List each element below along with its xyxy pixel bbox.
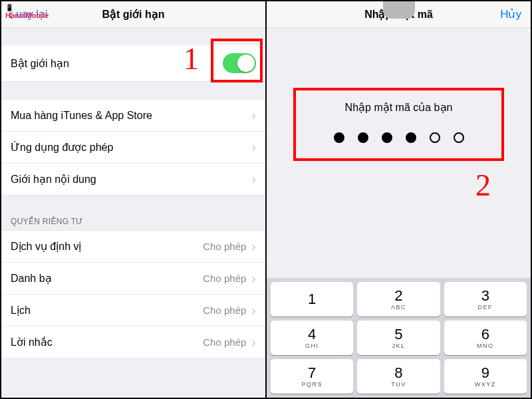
privacy-row[interactable]: Lời nhắcCho phép› (1, 327, 265, 358)
passcode-dot (430, 132, 440, 143)
annotation-number-1: 1 (184, 41, 199, 76)
settings-pane: ‹ uay lại Bật giới hạn Bật giới hạn 1 Mu… (1, 1, 267, 398)
key-number: 7 (308, 366, 316, 380)
keypad-key-9[interactable]: 9WXYZ (444, 359, 527, 394)
toggle-knob (237, 55, 255, 72)
privacy-row[interactable]: LịchCho phép› (1, 295, 265, 327)
row-status: Cho phép (203, 273, 246, 284)
settings-row[interactable]: Giới hạn nội dung› (1, 164, 265, 196)
passcode-prompt: Nhập mật mã của bạn (267, 101, 531, 114)
row-status: Cho phép (203, 336, 246, 348)
key-number: 9 (481, 366, 489, 380)
restrictions-toggle[interactable] (223, 53, 256, 73)
privacy-row[interactable]: Danh bạCho phép› (1, 263, 265, 295)
row-label: Mua hàng iTunes & App Store (11, 110, 251, 122)
right-header: Nhập mật mã Hủy (267, 1, 531, 28)
chevron-right-icon: › (251, 108, 256, 123)
key-number: 8 (394, 366, 402, 380)
page-title: Bật giới hạn (102, 8, 165, 21)
key-letters: TUV (391, 381, 406, 388)
passcode-prompt-area: Nhập mật mã của bạn (267, 101, 531, 143)
key-number: 1 (308, 292, 316, 307)
key-letters: MNO (477, 342, 494, 349)
row-status: Cho phép (203, 241, 246, 252)
numeric-keypad: 12ABC3DEF4GHI5JKL6MNO7PQRS8TUV9WXYZ (267, 278, 531, 398)
row-label: Dịch vụ định vị (11, 240, 203, 253)
key-letters: JKL (392, 342, 405, 349)
annotation-number-2: 2 (475, 168, 491, 203)
row-label: Lời nhắc (11, 336, 203, 348)
settings-row[interactable]: Mua hàng iTunes & App Store› (1, 99, 265, 132)
chevron-right-icon: › (251, 303, 256, 318)
keypad-key-5[interactable]: 5JKL (357, 321, 440, 355)
settings-row[interactable]: Ứng dụng được phép› (1, 132, 265, 164)
keypad-key-4[interactable]: 4GHI (271, 321, 353, 355)
passcode-pane: Nhập mật mã Hủy Nhập mật mã của bạn 2 12… (267, 1, 531, 398)
keypad-key-8[interactable]: 8TUV (357, 359, 440, 394)
keypad-key-2[interactable]: 2ABC (357, 282, 440, 317)
key-letters: DEF (478, 304, 493, 311)
chevron-right-icon: › (251, 172, 256, 187)
key-number: 4 (308, 327, 316, 342)
sheet-grabber-icon (383, 1, 415, 19)
key-number: 6 (481, 327, 489, 342)
row-label: Lịch (11, 304, 203, 317)
cancel-button[interactable]: Hủy (500, 7, 521, 21)
passcode-dot (358, 132, 368, 143)
watermark-logo: 📱 HanoiMobile (5, 4, 49, 19)
keypad-key-7[interactable]: 7PQRS (271, 359, 353, 394)
enable-restrictions-row[interactable]: Bật giới hạn (1, 45, 265, 82)
key-number: 5 (394, 327, 402, 342)
row-label: Danh bạ (11, 272, 203, 285)
key-letters: ABC (391, 304, 406, 311)
chevron-right-icon: › (251, 140, 256, 155)
key-number: 3 (481, 289, 489, 303)
row-label: Ứng dụng được phép (11, 141, 251, 154)
key-letters: WXYZ (475, 381, 496, 388)
passcode-dot (334, 132, 344, 143)
chevron-right-icon: › (251, 239, 256, 254)
passcode-dot (382, 132, 392, 143)
passcode-dots (267, 132, 531, 143)
privacy-row[interactable]: Dịch vụ định vịCho phép› (1, 230, 265, 263)
chevron-right-icon: › (251, 271, 256, 286)
keypad-key-6[interactable]: 6MNO (444, 321, 527, 355)
row-label: Giới hạn nội dung (11, 173, 251, 186)
keypad-key-1[interactable]: 1 (271, 282, 353, 317)
passcode-dot (406, 132, 416, 143)
row-status: Cho phép (203, 305, 246, 316)
keypad-key-3[interactable]: 3DEF (444, 282, 527, 317)
chevron-right-icon: › (251, 334, 256, 350)
key-letters: PQRS (301, 381, 323, 388)
key-letters: GHI (305, 342, 319, 349)
key-number: 2 (394, 289, 402, 303)
passcode-dot (454, 132, 464, 143)
privacy-section-header: QUYỀN RIÊNG TƯ (1, 213, 265, 230)
